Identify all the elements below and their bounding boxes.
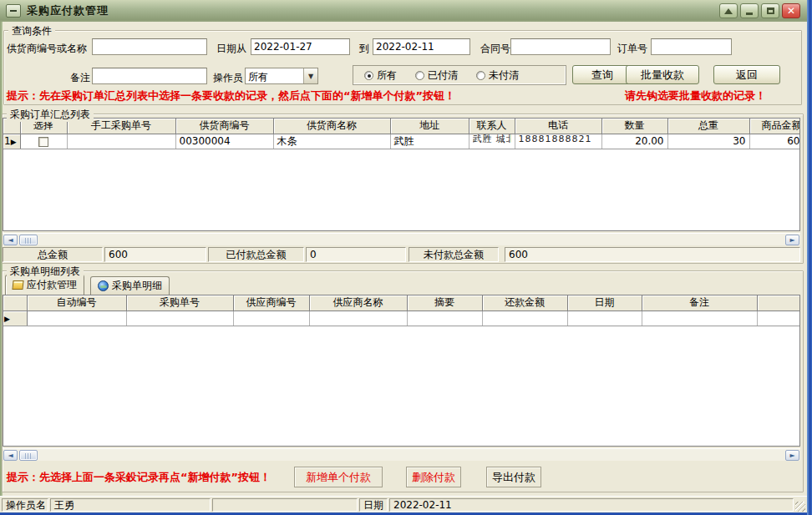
contract-label: 合同号 (480, 42, 510, 56)
order-label: 订单号 (617, 42, 647, 56)
order-input[interactable] (651, 38, 732, 55)
cell-supplier-name: 木条 (273, 134, 390, 149)
payable-icon (12, 280, 23, 290)
add-payment-button[interactable]: 新增单个付款 (294, 467, 383, 487)
col-qty[interactable]: 数量 (601, 119, 667, 134)
detail-grid[interactable]: 自动编号 采购单号 供应商编号 供应商名称 摘要 还款金额 日期 备注 ▶ (3, 295, 800, 447)
col-summary[interactable]: 摘要 (407, 295, 482, 311)
scroll-right-icon[interactable]: ► (785, 450, 799, 461)
col-vendor-name[interactable]: 供应商名称 (309, 295, 407, 311)
detail-hscrollbar[interactable]: ◄ ► (3, 448, 800, 461)
globe-icon (98, 280, 109, 291)
radio-unpaid[interactable]: 未付清 (476, 68, 519, 83)
title-bar[interactable]: 采购应付款管理 ✕ (0, 0, 807, 22)
remark-input[interactable] (92, 68, 207, 84)
scroll-left-icon[interactable]: ◄ (3, 235, 18, 245)
total-amount-label: 总金额 (3, 247, 103, 262)
radio-all[interactable]: 所有 (364, 68, 397, 83)
resize-grip[interactable] (795, 502, 805, 512)
col-amount[interactable]: 商品金额 (749, 119, 800, 134)
col-supplier-code[interactable]: 供货商编号 (175, 119, 273, 134)
col-contact[interactable]: 联系人 (469, 119, 515, 134)
col-supplier-name[interactable]: 供货商名称 (273, 119, 390, 134)
supplier-input[interactable] (92, 38, 207, 55)
system-menu-icon[interactable] (6, 4, 21, 18)
total-amount-value: 600 (104, 247, 206, 262)
summary-grid[interactable]: 选择 手工采购单号 供货商编号 供货商名称 地址 联系人 电话 数量 总重 商品… (3, 118, 800, 231)
detail-header-row: 自动编号 采购单号 供应商编号 供应商名称 摘要 还款金额 日期 备注 (3, 295, 800, 311)
status-date-label: 日期 (359, 498, 388, 512)
col-weight[interactable]: 总重 (667, 119, 749, 134)
col-remark[interactable]: 备注 (642, 295, 757, 311)
delete-payment-button[interactable]: 删除付款 (406, 467, 461, 487)
detail-header-indicator (3, 295, 27, 311)
col-address[interactable]: 地址 (390, 119, 469, 134)
window-controls: ✕ (719, 3, 800, 18)
cell-vendor-code (233, 311, 309, 326)
operator-select[interactable]: 所有 ▼ (245, 68, 318, 84)
col-phone[interactable]: 电话 (515, 119, 601, 134)
cell-supplier-code: 00300004 (175, 134, 273, 149)
rollup-button[interactable] (719, 3, 738, 18)
cell-summary (407, 311, 482, 326)
radio-paid[interactable]: 已付清 (415, 68, 458, 83)
close-button[interactable]: ✕ (782, 3, 800, 18)
status-bar: 操作员名 王勇 日期 2022-02-11 (0, 496, 807, 512)
row-checkbox[interactable] (38, 137, 48, 147)
maximize-button[interactable] (761, 3, 779, 18)
cell-select[interactable] (20, 134, 67, 149)
return-button[interactable]: 返回 (713, 65, 780, 84)
search-button[interactable]: 查询 (572, 65, 632, 84)
tab-payable-label: 应付款管理 (27, 278, 77, 292)
cell-remark (642, 311, 757, 326)
col-po-no[interactable]: 采购单号 (126, 295, 233, 311)
scroll-left-icon[interactable]: ◄ (3, 450, 18, 461)
cell-auto-no (27, 311, 126, 326)
date-from-label: 日期从 (216, 42, 246, 56)
status-spacer-panel (212, 498, 358, 512)
supplier-label: 供货商编号或名称 (7, 42, 87, 56)
col-vendor-code[interactable]: 供应商编号 (233, 295, 309, 311)
row-marker-icon: ▶ (4, 315, 10, 323)
radio-dot-all (364, 71, 373, 80)
summary-hscrollbar[interactable]: ◄ ► (3, 233, 800, 245)
tab-purchase-detail[interactable]: 采购单明细 (90, 276, 170, 295)
radio-all-label: 所有 (377, 68, 397, 83)
unpaid-total-label: 未付款总金额 (409, 247, 499, 262)
col-repay-amount[interactable]: 还款金额 (482, 295, 567, 311)
summary-data-row[interactable]: 1▶ 00300004 木条 武胜 武胜 城北 建材市场 18881888821… (3, 134, 800, 149)
hint-add-payment: 提示：先选择上面一条采鈠记录再点“新增付款”按钮！ (7, 470, 271, 485)
cell-date (567, 311, 642, 326)
chevron-down-icon[interactable]: ▼ (303, 68, 317, 83)
row-indicator: 1▶ (3, 134, 20, 149)
radio-dot-paid (415, 71, 424, 80)
detail-scroll-thumb[interactable] (19, 450, 38, 461)
date-to-label: 到 (359, 42, 369, 56)
operator-label: 操作员 (213, 71, 243, 85)
window-title: 采购应付款管理 (27, 3, 109, 18)
date-to-input[interactable] (373, 38, 470, 55)
cell-contact: 武胜 城北 建材市场 (469, 134, 515, 149)
minimize-button[interactable] (740, 3, 759, 18)
cell-extra (757, 311, 800, 326)
detail-empty-row[interactable]: ▶ (3, 311, 800, 326)
date-from-input[interactable] (251, 38, 350, 55)
detail-row-indicator: ▶ (3, 311, 27, 326)
batch-receive-button[interactable]: 批量收款 (626, 65, 699, 84)
row-marker-icon: ▶ (11, 138, 17, 146)
col-auto-no[interactable]: 自动编号 (27, 295, 126, 311)
scroll-right-icon[interactable]: ► (785, 235, 799, 245)
system-menu-glyph (10, 10, 17, 12)
cell-weight: 30 (667, 134, 749, 149)
col-date[interactable]: 日期 (567, 295, 642, 311)
export-payment-button[interactable]: 导出付款 (486, 467, 541, 487)
hint-batch-check: 请先钩选要批量收款的记录！ (625, 88, 766, 104)
summary-header-row: 选择 手工采购单号 供货商编号 供货商名称 地址 联系人 电话 数量 总重 商品… (3, 119, 800, 134)
operator-selected-value: 所有 (246, 68, 303, 83)
cell-address: 武胜 (390, 134, 469, 149)
contract-input[interactable] (510, 38, 611, 55)
status-date-value: 2022-02-11 (389, 498, 794, 512)
detail-group-label: 采购单明细列表 (7, 265, 84, 279)
minimize-icon (746, 13, 753, 15)
summary-scroll-thumb[interactable] (19, 235, 38, 245)
